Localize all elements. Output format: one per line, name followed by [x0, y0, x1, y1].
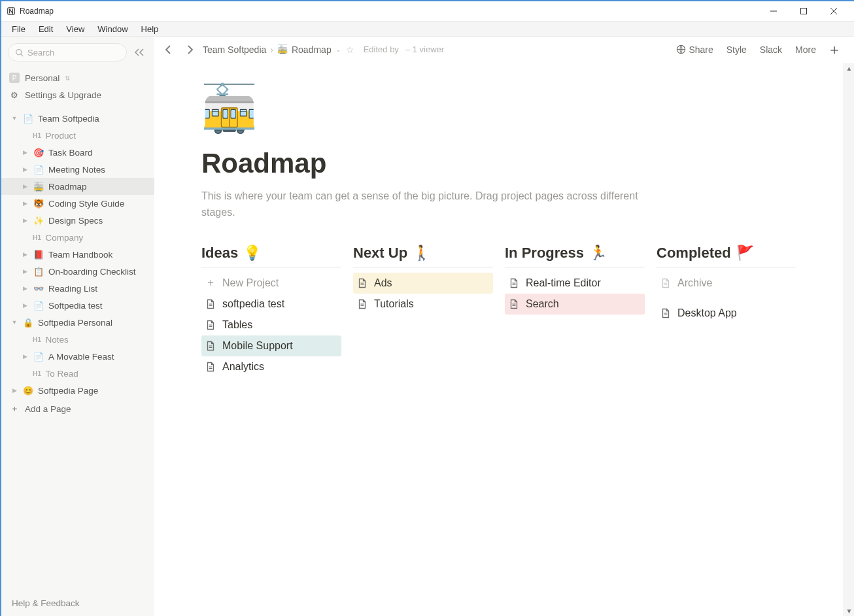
- breadcrumb-chevron-icon[interactable]: ⌄: [335, 46, 341, 53]
- titlebar: Roadmap: [1, 1, 854, 21]
- slack-button[interactable]: Slack: [756, 43, 786, 56]
- column-header[interactable]: Ideas 💡: [201, 245, 341, 267]
- tree-item-label: A Movable Feast: [48, 352, 114, 362]
- card-softpedia-test[interactable]: softpedia test: [201, 294, 341, 315]
- tree-item-reading-list[interactable]: ▶👓Reading List: [1, 280, 154, 297]
- column-header[interactable]: Next Up 🚶: [353, 245, 493, 267]
- disclosure-triangle-icon[interactable]: ▶: [21, 268, 29, 275]
- disclosure-triangle-icon[interactable]: ▶: [21, 285, 29, 292]
- scroll-down-arrow[interactable]: ▼: [844, 606, 854, 616]
- h1-icon: H1: [33, 234, 41, 241]
- card-mobile-support[interactable]: Mobile Support: [201, 335, 341, 356]
- tree-item-softpedia-page[interactable]: ▶😊Softpedia Page: [1, 382, 154, 399]
- tree-item-team-handbook[interactable]: ▶📕Team Handbook: [1, 246, 154, 263]
- tree-item-on-boarding-checklist[interactable]: ▶📋On-boarding Checklist: [1, 263, 154, 280]
- page-title[interactable]: Roadmap: [201, 148, 815, 179]
- page-icon: [357, 299, 367, 309]
- workspace-avatar: P: [9, 73, 20, 83]
- card-label: Tables: [222, 319, 252, 331]
- tree-item-team-softpedia[interactable]: ▼📄Team Softpedia: [1, 110, 154, 127]
- card-search[interactable]: Search: [505, 294, 645, 315]
- disclosure-triangle-icon[interactable]: ▶: [21, 166, 29, 173]
- disclosure-triangle-icon[interactable]: ▶: [21, 149, 29, 156]
- new-project-button[interactable]: ＋New Project: [201, 273, 341, 294]
- window-minimize-button[interactable]: [759, 1, 789, 21]
- sidebar: Search P Personal ⇅ ⚙ Settings & Upgrade…: [1, 37, 154, 616]
- column-title: Ideas: [201, 245, 238, 262]
- more-button[interactable]: More: [791, 43, 820, 56]
- disclosure-triangle-icon[interactable]: ▶: [21, 200, 29, 207]
- workspace-name: Personal: [25, 73, 60, 83]
- workspace-switcher[interactable]: P Personal ⇅: [1, 69, 154, 86]
- search-placeholder: Search: [27, 48, 54, 58]
- tree-item-softpedia-personal[interactable]: ▼🔒Softpedia Personal: [1, 314, 154, 331]
- card-archive[interactable]: Archive: [657, 273, 796, 294]
- card-tables[interactable]: Tables: [201, 315, 341, 335]
- nav-forward-button[interactable]: [182, 42, 197, 58]
- board-column-next-up: Next Up 🚶AdsTutorials: [353, 245, 493, 377]
- tree-item-label: Company: [45, 233, 83, 243]
- disclosure-triangle-icon[interactable]: ▶: [21, 302, 29, 309]
- card-analytics[interactable]: Analytics: [201, 356, 341, 377]
- disclosure-triangle-icon[interactable]: ▼: [10, 319, 18, 326]
- tree-item-product[interactable]: H1Product: [1, 127, 154, 144]
- column-emoji-icon: 🚶: [413, 245, 430, 262]
- help-feedback-button[interactable]: Help & Feedback: [12, 598, 144, 608]
- new-button[interactable]: ＋: [825, 41, 844, 59]
- menu-edit[interactable]: Edit: [32, 23, 60, 35]
- tree-item-company[interactable]: H1Company: [1, 229, 154, 246]
- breadcrumb-parent[interactable]: Team Softpedia: [203, 44, 266, 55]
- disclosure-triangle-icon[interactable]: ▶: [10, 387, 18, 394]
- viewer-count: – 1 viewer: [405, 44, 444, 54]
- breadcrumb-current[interactable]: Roadmap: [292, 44, 332, 55]
- menu-file[interactable]: File: [5, 23, 32, 35]
- card-label: Search: [526, 298, 559, 310]
- page-icon: [205, 341, 216, 351]
- column-header[interactable]: In Progress 🏃: [505, 245, 645, 267]
- style-label: Style: [726, 44, 747, 55]
- card-real-time-editor[interactable]: Real-time Editor: [505, 273, 645, 294]
- tree-item-roadmap[interactable]: ▶🚋Roadmap: [1, 178, 154, 195]
- disclosure-triangle-icon[interactable]: ▶: [21, 183, 29, 190]
- card-desktop-app[interactable]: Desktop App: [657, 303, 796, 324]
- tree-item-notes[interactable]: H1Notes: [1, 331, 154, 348]
- star-icon[interactable]: ☆: [346, 44, 354, 55]
- breadcrumb: Team Softpedia › 🚋 Roadmap ⌄: [203, 44, 341, 55]
- share-button[interactable]: Share: [672, 43, 717, 56]
- tree-item-meeting-notes[interactable]: ▶📄Meeting Notes: [1, 161, 154, 178]
- card-ads[interactable]: Ads: [353, 273, 493, 294]
- nav-back-button[interactable]: [161, 42, 177, 58]
- tree-item-a-movable-feast[interactable]: ▶📄A Movable Feast: [1, 348, 154, 365]
- tree-item-task-board[interactable]: ▶🎯Task Board: [1, 144, 154, 161]
- card-tutorials[interactable]: Tutorials: [353, 294, 493, 315]
- search-input[interactable]: Search: [8, 43, 127, 61]
- tree-item-softpedia-test[interactable]: ▶📄Softpedia test: [1, 297, 154, 314]
- tree-item-coding-style-guide[interactable]: ▶🐯Coding Style Guide: [1, 195, 154, 212]
- tree-item-icon: 📄: [33, 301, 44, 311]
- style-button[interactable]: Style: [723, 43, 751, 56]
- tree-item-design-specs[interactable]: ▶✨Design Specs: [1, 212, 154, 229]
- window-title: Roadmap: [20, 7, 54, 16]
- menu-help[interactable]: Help: [135, 23, 165, 35]
- add-page-button[interactable]: ＋ Add a Page: [1, 400, 154, 417]
- column-header[interactable]: Completed 🚩: [657, 245, 796, 267]
- tree-item-label: Softpedia Personal: [38, 318, 112, 328]
- disclosure-triangle-icon[interactable]: ▼: [10, 115, 18, 122]
- page-description[interactable]: This is where your team can get a sense …: [201, 188, 672, 221]
- page-icon: [205, 362, 216, 372]
- menu-view[interactable]: View: [60, 23, 91, 35]
- menu-window[interactable]: Window: [91, 23, 134, 35]
- scrollbar-vertical[interactable]: ▲ ▼: [844, 63, 854, 616]
- window-maximize-button[interactable]: [789, 1, 819, 21]
- scroll-up-arrow[interactable]: ▲: [844, 63, 854, 73]
- window-close-button[interactable]: [819, 1, 849, 21]
- settings-upgrade-button[interactable]: ⚙ Settings & Upgrade: [1, 86, 154, 103]
- disclosure-triangle-icon[interactable]: ▶: [21, 353, 29, 360]
- tree-item-icon: 🚋: [33, 182, 44, 192]
- tree-item-to-read[interactable]: H1To Read: [1, 365, 154, 382]
- page-emoji[interactable]: 🚋: [201, 81, 256, 136]
- collapse-sidebar-button[interactable]: [131, 44, 148, 61]
- disclosure-triangle-icon[interactable]: ▶: [21, 251, 29, 258]
- breadcrumb-page-icon: 🚋: [277, 44, 288, 54]
- disclosure-triangle-icon[interactable]: ▶: [21, 217, 29, 224]
